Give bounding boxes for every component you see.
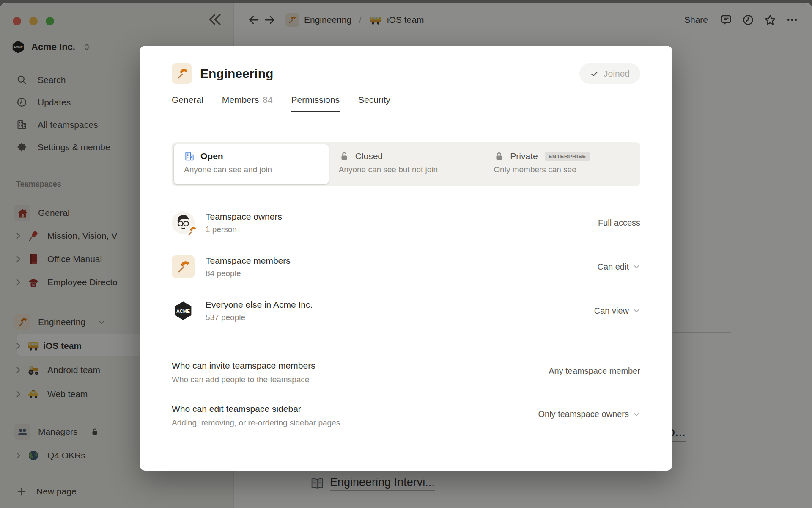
- chevron-down-icon: [633, 411, 640, 418]
- joined-label: Joined: [604, 69, 630, 79]
- visibility-segmented-control: Open Anyone can see and join Closed Anyo…: [172, 142, 640, 186]
- acme-logo-icon: [173, 300, 194, 321]
- setting-subtitle: Adding, removing, or re-ordering sidebar…: [172, 418, 340, 428]
- notion-window: Acme Inc. Search Updates All teamspaces …: [0, 3, 812, 508]
- chevron-down-icon: [633, 307, 640, 315]
- everyone-access-dropdown[interactable]: Can view: [594, 306, 640, 316]
- tab-security[interactable]: Security: [358, 95, 390, 112]
- modal-title: Engineering: [200, 66, 273, 81]
- edit-sidebar-setting-dropdown[interactable]: Only teamspace owners: [538, 409, 640, 419]
- modal-tabs: General Members84 Permissions Security: [172, 95, 640, 112]
- permission-row-members: Teamspace members 84 people Can edit: [172, 245, 640, 289]
- setting-row-edit-sidebar: Who can edit teamspace sidebar Adding, r…: [172, 404, 640, 428]
- row-title: Teamspace members: [206, 256, 291, 266]
- row-title: Everyone else in Acme Inc.: [206, 300, 313, 310]
- tab-general[interactable]: General: [172, 95, 203, 112]
- hammer-badge-icon: [186, 226, 198, 237]
- permission-rows: Teamspace owners 1 person Full access Te…: [172, 201, 640, 333]
- tab-permissions[interactable]: Permissions: [291, 95, 340, 112]
- visibility-option-private[interactable]: Private ENTERPRISE Only members can see: [483, 144, 638, 184]
- teamspace-settings-modal: Engineering Joined General Members84 Per…: [140, 46, 672, 471]
- members-access-dropdown[interactable]: Can edit: [598, 262, 641, 272]
- members-count: 84: [263, 95, 272, 105]
- invite-setting-value[interactable]: Any teamspace member: [549, 366, 640, 376]
- building-blue-icon: [184, 151, 195, 162]
- hammer-icon: [176, 259, 191, 275]
- setting-title: Who can edit teamspace sidebar: [172, 404, 340, 414]
- row-subtitle: 84 people: [206, 269, 291, 278]
- lock-open-icon: [339, 151, 350, 162]
- permission-row-owners: Teamspace owners 1 person Full access: [172, 201, 640, 245]
- owners-access-level: Full access: [598, 218, 640, 228]
- setting-title: Who can invite teamspace members: [172, 361, 315, 371]
- joined-button[interactable]: Joined: [579, 64, 640, 84]
- row-title: Teamspace owners: [206, 212, 282, 222]
- visibility-option-open[interactable]: Open Anyone can see and join: [174, 144, 329, 184]
- modal-header: Engineering Joined: [172, 64, 640, 84]
- hammer-icon: [175, 67, 189, 81]
- visibility-option-closed[interactable]: Closed Anyone can see but not join: [329, 144, 483, 184]
- setting-subtitle: Who can add people to the teamspace: [172, 375, 315, 384]
- tab-members[interactable]: Members84: [222, 95, 273, 112]
- modal-divider: [172, 342, 640, 342]
- chevron-down-icon: [633, 263, 640, 271]
- row-subtitle: 537 people: [206, 313, 313, 322]
- enterprise-badge: ENTERPRISE: [545, 152, 590, 161]
- check-icon: [590, 69, 599, 78]
- setting-row-invite: Who can invite teamspace members Who can…: [172, 361, 640, 384]
- lock-icon: [494, 151, 505, 162]
- permission-row-everyone: Everyone else in Acme Inc. 537 people Ca…: [172, 289, 640, 333]
- row-subtitle: 1 person: [206, 225, 282, 234]
